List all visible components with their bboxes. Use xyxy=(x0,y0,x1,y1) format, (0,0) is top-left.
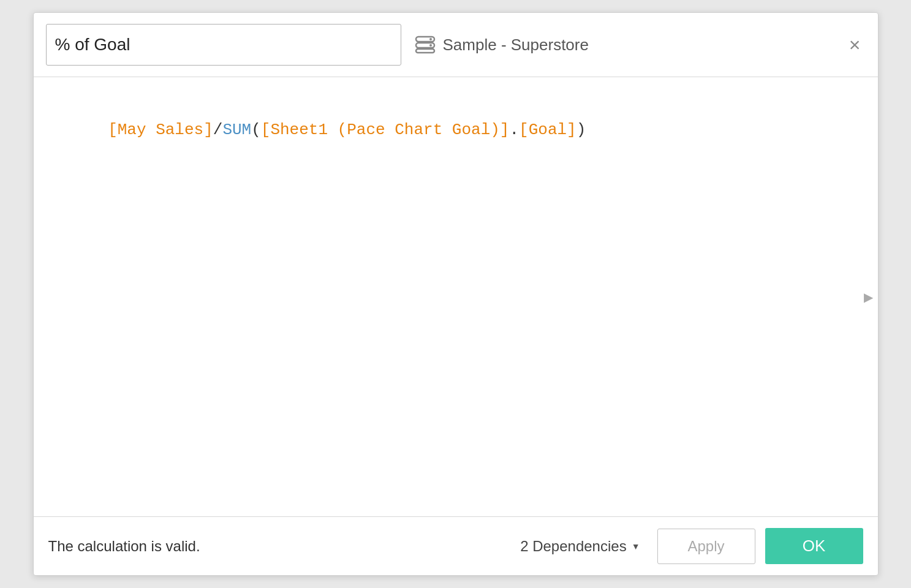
ok-button[interactable]: OK xyxy=(765,528,863,564)
datasource-name: Sample - Superstore xyxy=(443,36,589,55)
formula-paren-close: ) xyxy=(576,121,586,139)
svg-point-3 xyxy=(429,38,432,40)
dependencies-dropdown-icon: ▼ xyxy=(632,541,640,551)
svg-rect-2 xyxy=(416,49,434,53)
datasource-icon xyxy=(414,33,437,56)
formula-operator: / xyxy=(213,121,223,139)
field-name-input[interactable] xyxy=(46,24,401,66)
dialog-header: Sample - Superstore × xyxy=(34,13,878,77)
formula-goal-ref: [Goal] xyxy=(519,121,576,139)
close-button[interactable]: × xyxy=(844,32,866,57)
formula-text: [May Sales]/SUM([Sheet1 (Pace Chart Goal… xyxy=(51,92,861,168)
formula-sheet-ref: [Sheet1 (Pace Chart Goal)] xyxy=(261,121,510,139)
calculated-field-dialog: Sample - Superstore × [May Sales]/SUM([S… xyxy=(33,12,879,576)
formula-field-ref: [May Sales] xyxy=(108,121,213,139)
dependencies-label: 2 Dependencies xyxy=(520,538,626,555)
expand-panel-arrow[interactable]: ▶ xyxy=(864,290,873,304)
dialog-footer: The calculation is valid. 2 Dependencies… xyxy=(34,516,878,575)
formula-function: SUM xyxy=(222,121,251,139)
formula-area[interactable]: [May Sales]/SUM([Sheet1 (Pace Chart Goal… xyxy=(34,77,878,516)
formula-paren-open: ( xyxy=(251,121,261,139)
dependencies-button[interactable]: 2 Dependencies ▼ xyxy=(513,533,647,560)
validation-status: The calculation is valid. xyxy=(48,538,504,555)
apply-button[interactable]: Apply xyxy=(657,529,755,564)
formula-dot: . xyxy=(509,121,519,139)
datasource-info: Sample - Superstore xyxy=(414,33,832,56)
svg-point-4 xyxy=(429,44,432,47)
